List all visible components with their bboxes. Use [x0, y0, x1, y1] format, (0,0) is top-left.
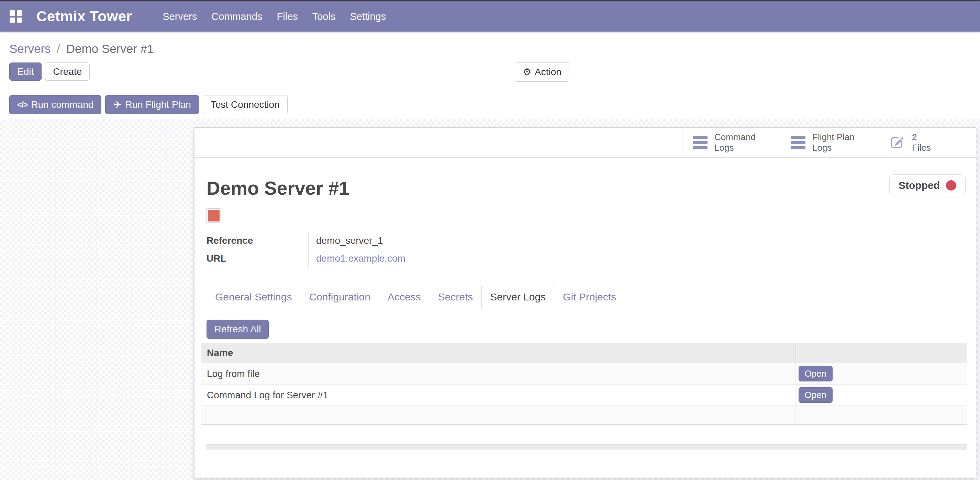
list-icon	[791, 136, 805, 149]
run-command-button[interactable]: </> Run command	[9, 95, 101, 114]
files-stat-button[interactable]: 2 Files	[878, 128, 976, 157]
tab-git-projects[interactable]: Git Projects	[554, 285, 625, 308]
code-icon: </>	[17, 100, 27, 109]
tab-general-settings[interactable]: General Settings	[207, 285, 300, 308]
server-logs-table: Name Log from file Open Command Log for …	[201, 343, 967, 425]
breadcrumb-parent-link[interactable]: Servers	[9, 42, 51, 55]
reference-field-label: Reference	[207, 232, 308, 250]
sheet-body: Demo Server #1 Reference demo_server_1 U…	[194, 158, 976, 450]
field-group: Reference demo_server_1 URL demo1.exampl…	[207, 232, 964, 268]
stat-buttons-row: Command Logs Flight Plan Logs 2	[194, 128, 976, 158]
tab-server-logs[interactable]: Server Logs	[481, 285, 554, 308]
page-title: Demo Server #1	[207, 158, 964, 200]
run-flight-plan-button[interactable]: ✈ Run Flight Plan	[105, 95, 199, 114]
main-navbar: Cetmix Tower Servers Commands Files Tool…	[0, 2, 980, 32]
table-row[interactable]: Command Log for Server #1 Open	[201, 385, 967, 406]
test-connection-button[interactable]: Test Connection	[203, 95, 288, 114]
server-color-swatch[interactable]	[207, 208, 221, 223]
column-header-name[interactable]: Name	[201, 343, 795, 363]
create-button[interactable]: Create	[45, 62, 90, 81]
table-empty-row	[201, 406, 967, 425]
plane-icon: ✈	[113, 100, 122, 110]
files-count: 2	[912, 132, 931, 143]
refresh-all-button[interactable]: Refresh All	[207, 320, 269, 339]
edit-pencil-icon	[889, 134, 905, 151]
command-logs-label: Command Logs	[714, 132, 756, 153]
brand-title[interactable]: Cetmix Tower	[37, 8, 132, 25]
url-field-value-link[interactable]: demo1.example.com	[316, 253, 406, 264]
tab-configuration[interactable]: Configuration	[300, 285, 379, 308]
gear-icon: ⚙	[523, 67, 531, 77]
nav-item-files[interactable]: Files	[270, 2, 305, 31]
form-buttons-row: Edit Create ⚙ Action	[9, 62, 971, 81]
column-header-action	[795, 343, 967, 363]
flight-plan-logs-stat-button[interactable]: Flight Plan Logs	[780, 128, 878, 157]
tab-access[interactable]: Access	[379, 285, 430, 308]
nav-item-settings[interactable]: Settings	[343, 2, 393, 31]
flight-plan-logs-label: Flight Plan Logs	[812, 132, 854, 153]
open-log-button[interactable]: Open	[799, 387, 833, 403]
log-name-cell[interactable]: Command Log for Server #1	[201, 385, 795, 406]
nav-item-commands[interactable]: Commands	[204, 2, 269, 31]
horizontal-scrollbar-track[interactable]	[206, 444, 967, 450]
breadcrumb: Servers / Demo Server #1	[9, 32, 971, 55]
control-panel: Servers / Demo Server #1 Edit Create ⚙ A…	[0, 32, 980, 119]
log-name-cell[interactable]: Log from file	[201, 363, 795, 385]
table-header-row: Name	[201, 343, 967, 363]
breadcrumb-separator: /	[54, 42, 63, 55]
action-button[interactable]: ⚙ Action	[515, 62, 570, 82]
edit-button[interactable]: Edit	[9, 62, 41, 81]
apps-grid-icon[interactable]	[10, 10, 22, 23]
url-field-label: URL	[207, 250, 308, 268]
run-command-label: Run command	[31, 99, 94, 110]
breadcrumb-current: Demo Server #1	[66, 42, 154, 55]
nav-item-tools[interactable]: Tools	[305, 2, 343, 31]
nav-menu: Servers Commands Files Tools Settings	[155, 2, 393, 31]
tab-secrets[interactable]: Secrets	[430, 285, 482, 308]
table-row[interactable]: Log from file Open	[201, 363, 967, 385]
server-form-sheet: Command Logs Flight Plan Logs 2	[194, 127, 976, 478]
nav-item-servers[interactable]: Servers	[155, 2, 204, 31]
run-flight-plan-label: Run Flight Plan	[126, 99, 191, 110]
command-logs-stat-button[interactable]: Command Logs	[682, 128, 780, 157]
open-log-button[interactable]: Open	[799, 366, 833, 382]
server-actions-row: </> Run command ✈ Run Flight Plan Test C…	[9, 95, 971, 119]
reference-field-value: demo_server_1	[308, 232, 964, 250]
files-stat-label: 2 Files	[912, 132, 931, 153]
action-button-label: Action	[535, 67, 562, 78]
form-view-background: Command Logs Flight Plan Logs 2	[0, 119, 980, 480]
list-icon	[693, 136, 708, 149]
notebook-tabs: General Settings Configuration Access Se…	[194, 285, 976, 308]
